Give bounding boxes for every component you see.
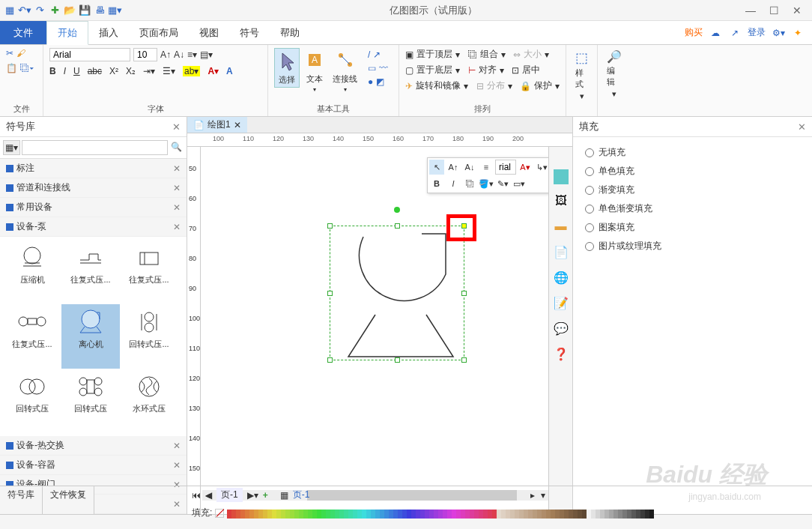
shape-水环式压[interactable]: 水环式压	[120, 369, 178, 433]
font-size-select[interactable]	[133, 48, 157, 61]
bullets-icon[interactable]: ▤▾	[200, 49, 213, 60]
handle-nw[interactable]	[327, 223, 333, 229]
tab-start[interactable]: 开始	[46, 21, 88, 45]
paste-icon[interactable]: 📋	[6, 63, 17, 73]
shape-回转式压1[interactable]: 回转式压...	[120, 304, 178, 369]
no-fill-icon[interactable]	[215, 509, 224, 518]
help-icon[interactable]: ❓	[552, 345, 570, 363]
fill-swatch[interactable]	[554, 169, 569, 184]
italic-button[interactable]: I	[64, 66, 66, 76]
prev-page-icon[interactable]: ◀	[205, 490, 212, 501]
globe-icon[interactable]: 🌐	[552, 268, 570, 286]
handle-se[interactable]	[461, 357, 467, 363]
page-icon[interactable]: 📄	[552, 243, 570, 261]
list-icon[interactable]: ☰▾	[163, 66, 175, 76]
shape-往复式压1[interactable]: 往复式压...	[61, 240, 120, 304]
increase-font-icon[interactable]: A↑	[160, 49, 171, 60]
freehand-icon[interactable]: 〰	[379, 63, 388, 73]
page-link[interactable]: 页-1	[293, 489, 310, 501]
protect-icon[interactable]: 🔒	[520, 81, 531, 91]
undo-icon[interactable]: ↶▾	[18, 4, 31, 17]
handle-w[interactable]	[327, 291, 333, 296]
fill-opt-mono-gradient[interactable]: 单色渐变填充	[576, 199, 809, 218]
category-标注[interactable]: 标注✕	[0, 159, 187, 178]
tab-symbol[interactable]: 符号	[229, 21, 270, 44]
add-page-icon[interactable]: +	[263, 490, 268, 501]
rect-tool-icon[interactable]: ▭	[368, 63, 376, 73]
document-tab[interactable]: 📄 绘图1 ✕	[187, 117, 247, 133]
tab-view[interactable]: 视图	[189, 21, 229, 44]
case-icon[interactable]: A	[226, 66, 233, 76]
shape-往复式压2[interactable]: 往复式压...	[120, 240, 178, 304]
next-page-icon[interactable]: ▶▾	[247, 490, 258, 501]
search-icon[interactable]: 🔍	[169, 140, 184, 155]
ft-align-icon[interactable]: ≡	[479, 160, 494, 175]
font-name-select[interactable]	[49, 48, 130, 61]
shape-压缩机[interactable]: 压缩机	[3, 240, 61, 304]
handle-n[interactable]	[395, 223, 400, 229]
file-menu[interactable]: 文件	[0, 21, 46, 44]
fill-close-icon[interactable]: ✕	[798, 121, 806, 133]
color-palette[interactable]	[227, 510, 654, 519]
superscript-icon[interactable]: X²	[109, 66, 118, 76]
export-icon[interactable]: ▦▾	[108, 4, 121, 17]
page-tab[interactable]: 页-1	[216, 488, 243, 502]
note-icon[interactable]: 📝	[552, 294, 570, 312]
subscript-icon[interactable]: X₂	[126, 66, 136, 76]
pages-dropdown-icon[interactable]: ▦	[280, 490, 288, 501]
group-icon[interactable]: ⿻	[468, 49, 477, 60]
drawing-canvas[interactable]: 50 60 70 80 90 100 110 120 130 140 150	[187, 147, 572, 514]
ft-bigger-icon[interactable]: A↑	[446, 160, 461, 175]
category-管道和连接线[interactable]: 管道和连接线✕	[0, 178, 187, 198]
ft-fill-icon[interactable]: 🪣▾	[479, 176, 494, 191]
fill-opt-picture[interactable]: 图片或纹理填充	[576, 237, 809, 256]
tab-insert[interactable]: 插入	[88, 21, 129, 44]
buy-link[interactable]: 购买	[685, 26, 703, 39]
ft-style-icon[interactable]: ▭▾	[512, 176, 527, 191]
ft-bold-icon[interactable]: B	[429, 176, 444, 191]
category-picker-icon[interactable]: ▦▾	[3, 140, 20, 155]
save-icon[interactable]: 💾	[78, 4, 91, 17]
shape-回转式压3[interactable]: 回转式压	[61, 369, 120, 433]
category-设备-泵[interactable]: 设备-泵✕	[0, 217, 187, 237]
redo-icon[interactable]: ↷	[33, 4, 46, 17]
doc-tab-close-icon[interactable]: ✕	[234, 120, 241, 130]
line-spacing-icon[interactable]: ≡▾	[187, 49, 197, 60]
tab-page-layout[interactable]: 页面布局	[129, 21, 189, 44]
category-设备-容器[interactable]: 设备-容器✕	[0, 456, 187, 475]
center-icon[interactable]: ⊡	[512, 65, 519, 76]
arrow-tool-icon[interactable]: ↗	[373, 49, 381, 60]
ft-smaller-icon[interactable]: A↓	[462, 160, 477, 175]
strike-button[interactable]: abc	[88, 66, 102, 76]
fill-opt-gradient[interactable]: 渐变填充	[576, 181, 809, 199]
ft-fontcolor-icon[interactable]: A▾	[518, 160, 533, 175]
cut-icon[interactable]: ✂	[6, 48, 13, 58]
align-icon[interactable]: ⊢	[468, 65, 476, 76]
size-icon[interactable]: ⇔	[513, 49, 521, 60]
layers-icon[interactable]: ▬	[552, 217, 570, 235]
new-icon[interactable]: ✚	[48, 4, 61, 17]
minimize-button[interactable]: —	[745, 4, 756, 16]
comment-icon[interactable]: 💬	[552, 319, 570, 337]
cloud-icon[interactable]: ☁	[709, 26, 722, 40]
highlight-icon[interactable]: ab▾	[183, 66, 200, 76]
fill-opt-solid[interactable]: 单色填充	[576, 162, 809, 181]
share-icon[interactable]: ↗	[728, 26, 742, 40]
font-color-icon[interactable]: A▾	[207, 66, 219, 76]
line-tool-icon[interactable]: /	[368, 49, 370, 60]
format-painter-icon[interactable]: 🖌	[16, 48, 25, 58]
handle-sw[interactable]	[327, 357, 333, 363]
close-panel-icon[interactable]: ✕	[172, 121, 181, 133]
ft-cursor-icon[interactable]: ↖	[429, 160, 444, 175]
rotate-icon[interactable]: ✈	[405, 81, 413, 91]
distribute-icon[interactable]: ⊟	[476, 81, 484, 91]
ft-font-input[interactable]	[495, 160, 516, 175]
first-page-icon[interactable]: ⏮	[192, 490, 201, 501]
category-常用设备[interactable]: 常用设备✕	[0, 198, 187, 217]
shape-回转式压2[interactable]: 回转式压	[3, 369, 61, 433]
selection-box[interactable]	[330, 226, 464, 360]
rotation-handle[interactable]	[394, 207, 400, 213]
copy-icon[interactable]: ⿻▾	[20, 63, 34, 73]
indent-icon[interactable]: ⇥▾	[143, 66, 155, 76]
category-设备-热交换[interactable]: 设备-热交换✕	[0, 436, 187, 456]
